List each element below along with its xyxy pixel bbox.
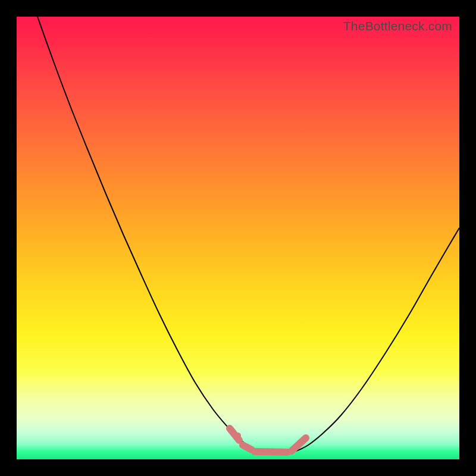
highlight-segment bbox=[243, 445, 252, 450]
plot-area: TheBottleneck.com bbox=[17, 17, 459, 459]
highlight-dot bbox=[286, 449, 292, 455]
watermark-text: TheBottleneck.com bbox=[343, 19, 452, 33]
bottleneck-curve-right bbox=[296, 228, 459, 451]
curve-overlay bbox=[17, 17, 459, 459]
highlight-dot bbox=[235, 433, 241, 439]
highlight-segment bbox=[292, 438, 306, 451]
highlight-pills bbox=[230, 428, 306, 455]
outer-frame: TheBottleneck.com bbox=[0, 0, 476, 476]
highlight-segment bbox=[255, 452, 287, 452]
bottleneck-curve-left bbox=[37, 17, 258, 451]
